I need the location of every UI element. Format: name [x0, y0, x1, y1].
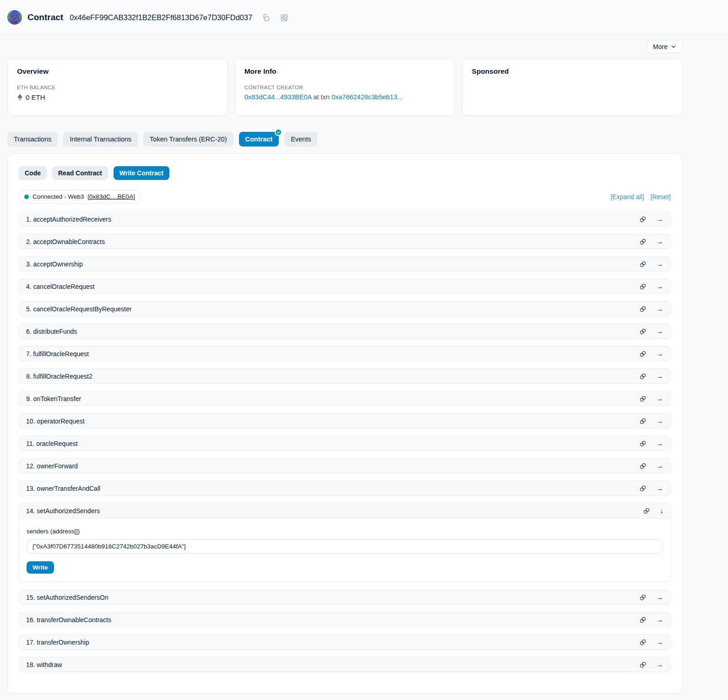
- copy-address-button[interactable]: [262, 14, 270, 22]
- link-icon[interactable]: [639, 661, 647, 668]
- link-icon[interactable]: [639, 485, 647, 492]
- link-icon[interactable]: [639, 305, 647, 313]
- expand-arrow-icon[interactable]: →: [656, 639, 663, 646]
- link-icon[interactable]: [643, 507, 650, 515]
- expand-arrow-icon[interactable]: →: [656, 238, 663, 245]
- contract-blockie-avatar: [7, 10, 22, 25]
- expand-all-link[interactable]: [Expand all]: [610, 193, 644, 201]
- function-row-ownerTransferAndCall[interactable]: 13. ownerTransferAndCall →: [19, 481, 671, 496]
- function-label: 18. withdraw: [26, 661, 62, 668]
- reset-link[interactable]: [Reset]: [651, 193, 671, 201]
- creator-txn-link[interactable]: 0xa7662428c3b5eb13...: [331, 93, 403, 101]
- eth-balance-line: 0 ETH: [17, 93, 218, 101]
- function-row-oracleRequest[interactable]: 11. oracleRequest →: [19, 436, 671, 451]
- function-row-acceptOwnership[interactable]: 3. acceptOwnership →: [19, 256, 671, 271]
- function-row-distributeFunds[interactable]: 6. distributeFunds →: [19, 324, 671, 339]
- write-button[interactable]: Write: [27, 561, 54, 574]
- senders-input[interactable]: [27, 539, 663, 553]
- expand-arrow-icon[interactable]: →: [656, 418, 663, 425]
- subtab-read-contract[interactable]: Read Contract: [52, 166, 108, 180]
- function-row-acceptAuthorizedReceivers[interactable]: 1. acceptAuthorizedReceivers →: [19, 212, 671, 227]
- expand-arrow-icon[interactable]: →: [656, 305, 663, 313]
- contract-creator-label: CONTRACT CREATOR: [244, 85, 445, 90]
- more-button[interactable]: More: [647, 40, 682, 53]
- function-label: 5. cancelOracleRequestByRequester: [26, 305, 131, 313]
- tab-internal-transactions[interactable]: Internal Transactions: [63, 132, 138, 147]
- expand-arrow-icon[interactable]: →: [656, 462, 663, 470]
- function-label: 7. fulfillOracleRequest: [26, 350, 89, 358]
- subtab-code[interactable]: Code: [19, 166, 47, 180]
- eth-balance-value: 0 ETH: [26, 93, 45, 101]
- expand-arrow-icon[interactable]: →: [656, 485, 663, 492]
- eth-diamond-icon: [17, 94, 23, 101]
- link-icon[interactable]: [639, 216, 647, 223]
- collapse-arrow-icon[interactable]: ↓: [660, 507, 663, 515]
- eth-balance-label: ETH BALANCE: [17, 85, 218, 90]
- expand-arrow-icon[interactable]: →: [656, 328, 663, 335]
- link-icon[interactable]: [639, 283, 647, 290]
- contract-panel: Code Read Contract Write Contract Connec…: [7, 153, 682, 694]
- function-row-transferOwnership[interactable]: 17. transferOwnership →: [19, 635, 671, 650]
- page-tabs: Transactions Internal Transactions Token…: [7, 132, 682, 147]
- expand-arrow-icon[interactable]: →: [656, 350, 663, 358]
- link-icon[interactable]: [639, 260, 647, 268]
- expand-arrow-icon[interactable]: →: [656, 395, 663, 402]
- expand-arrow-icon[interactable]: →: [656, 440, 663, 447]
- link-icon[interactable]: [639, 594, 647, 601]
- connection-row: Connected - Web3 [0x83dC....BE0A] [Expan…: [19, 190, 671, 203]
- qr-code-icon: [280, 14, 288, 22]
- connected-wallet-link[interactable]: [0x83dC....BE0A]: [87, 193, 135, 200]
- function-row-transferOwnableContracts[interactable]: 16. transferOwnableContracts →: [19, 612, 671, 627]
- function-row-acceptOwnableContracts[interactable]: 2. acceptOwnableContracts →: [19, 234, 671, 249]
- overview-card-title: Overview: [17, 67, 218, 76]
- function-label: 13. ownerTransferAndCall: [26, 485, 100, 492]
- expand-arrow-icon[interactable]: →: [656, 260, 663, 268]
- function-row-fulfillOracleRequest[interactable]: 7. fulfillOracleRequest →: [19, 346, 671, 361]
- qr-code-button[interactable]: [280, 14, 288, 22]
- function-row-setAuthorizedSendersOn[interactable]: 15. setAuthorizedSendersOn →: [19, 590, 671, 605]
- contract-address: 0x46eFF99CAB332f1B2EB2Ff6813D67e7D30FDd0…: [70, 13, 252, 22]
- creator-connector-text: at txn: [313, 93, 329, 101]
- link-icon[interactable]: [639, 462, 647, 470]
- expand-arrow-icon[interactable]: →: [656, 373, 663, 380]
- link-icon[interactable]: [639, 395, 647, 402]
- page-title: Contract: [27, 12, 63, 22]
- link-icon[interactable]: [639, 328, 647, 335]
- link-icon[interactable]: [639, 373, 647, 380]
- function-label: 6. distributeFunds: [26, 328, 77, 335]
- function-row-ownerForward[interactable]: 12. ownerForward →: [19, 458, 671, 473]
- link-icon[interactable]: [639, 350, 647, 358]
- more-button-label: More: [653, 43, 668, 50]
- function-row-cancelOracleRequest[interactable]: 4. cancelOracleRequest →: [19, 279, 671, 294]
- function-row-onTokenTransfer[interactable]: 9. onTokenTransfer →: [19, 391, 671, 406]
- link-icon[interactable]: [639, 238, 647, 245]
- function-label: 10. operatorRequest: [26, 418, 85, 425]
- tab-transactions[interactable]: Transactions: [7, 132, 58, 147]
- tab-events[interactable]: Events: [284, 132, 317, 147]
- function-row-setAuthorizedSenders[interactable]: 14. setAuthorizedSenders ↓: [19, 504, 670, 519]
- connected-dot-icon: [24, 195, 29, 199]
- creator-address-link[interactable]: 0x83dC44...4933BE0A: [244, 93, 312, 101]
- function-row-fulfillOracleRequest2[interactable]: 8. fulfillOracleRequest2 →: [19, 369, 671, 384]
- expand-arrow-icon[interactable]: →: [656, 594, 663, 601]
- expand-arrow-icon[interactable]: →: [656, 216, 663, 223]
- function-label: 2. acceptOwnableContracts: [26, 238, 105, 245]
- expand-arrow-icon[interactable]: →: [656, 283, 663, 290]
- function-row-operatorRequest[interactable]: 10. operatorRequest →: [19, 413, 671, 429]
- link-icon[interactable]: [639, 616, 647, 624]
- function-row-cancelOracleRequestByRequester[interactable]: 5. cancelOracleRequestByRequester →: [19, 301, 671, 316]
- connection-status-text: Connected - Web3: [33, 193, 84, 200]
- link-icon[interactable]: [639, 418, 647, 425]
- subtab-write-contract[interactable]: Write Contract: [114, 166, 169, 180]
- tab-token-transfers[interactable]: Token Transfers (ERC-20): [143, 132, 233, 147]
- write-function-list: 1. acceptAuthorizedReceivers → 2. accept…: [19, 212, 671, 672]
- link-icon[interactable]: [639, 440, 647, 447]
- function-label: 3. acceptOwnership: [26, 260, 83, 268]
- expand-arrow-icon[interactable]: →: [656, 616, 663, 624]
- expand-arrow-icon[interactable]: →: [656, 661, 663, 668]
- tab-contract[interactable]: Contract: [239, 132, 279, 147]
- function-label: 17. transferOwnership: [26, 639, 89, 646]
- link-icon[interactable]: [639, 639, 647, 646]
- function-label: 8. fulfillOracleRequest2: [26, 373, 92, 380]
- function-row-withdraw[interactable]: 18. withdraw →: [19, 657, 671, 672]
